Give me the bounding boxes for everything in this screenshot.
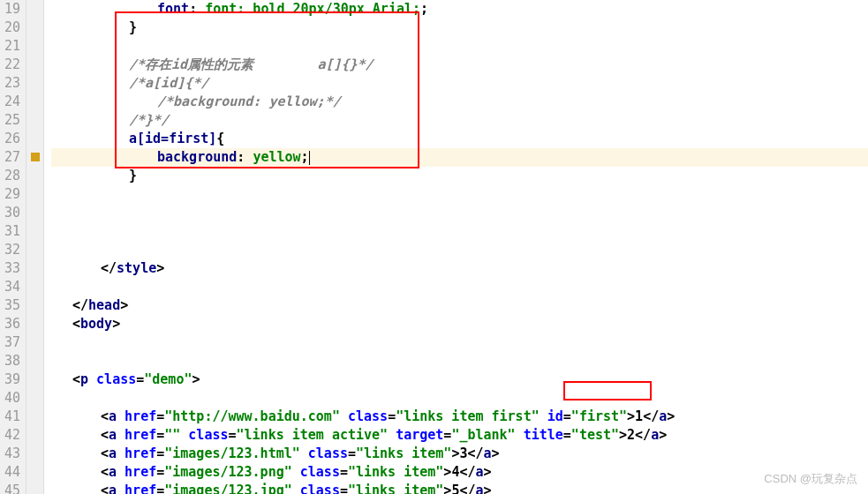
line-number: 42 [0,426,20,445]
line-number: 36 [0,315,20,333]
marker-slot [26,389,43,408]
line-number: 31 [0,222,20,241]
line-number: 45 [0,482,20,494]
marker-slot [26,241,43,259]
marker-slot [26,445,43,463]
marker-slot [26,37,43,56]
code-line-39[interactable]: <p class="demo"> [51,370,868,389]
marker-slot [26,148,43,167]
marker-slot [26,185,43,204]
line-number: 29 [0,185,20,204]
code-line-24[interactable]: /*background: yellow;*/ [51,93,868,111]
marker-column [26,0,44,494]
code-line-32[interactable] [51,241,868,259]
line-number: 24 [0,93,20,111]
line-number: 21 [0,37,20,56]
line-number: 27 [0,148,20,167]
code-line-37[interactable] [51,333,868,352]
marker-slot [26,0,43,19]
code-line-28[interactable]: } [51,167,868,185]
line-number: 26 [0,130,20,148]
code-line-34[interactable] [51,278,868,296]
marker-slot [26,167,43,185]
line-number: 20 [0,19,20,37]
code-editor[interactable]: font: font: bold 20px/30px Arial;; } /*存… [44,0,868,494]
marker-slot [26,296,43,315]
marker-slot [26,408,43,426]
watermark: CSDN @玩复杂点 [764,471,857,487]
line-number: 33 [0,259,20,278]
line-number-gutter: 1920212223242526272829303132333435363738… [0,0,26,494]
marker-slot [26,93,43,111]
code-line-21[interactable] [51,37,868,56]
line-number: 43 [0,445,20,463]
line-number: 40 [0,389,20,408]
code-line-41[interactable]: <a href="http://www.baidu.com" class="li… [51,408,868,426]
marker-slot [26,463,43,482]
code-line-40[interactable] [51,389,868,408]
marker-slot [26,204,43,222]
line-number: 37 [0,333,20,352]
code-line-43[interactable]: <a href="images/123.html" class="links i… [51,445,868,463]
text-cursor [309,151,310,165]
line-number: 22 [0,56,20,74]
line-number: 38 [0,352,20,370]
marker-slot [26,111,43,130]
marker-slot [26,315,43,333]
code-line-27[interactable]: background: yellow; [51,148,868,167]
line-number: 39 [0,370,20,389]
code-line-29[interactable] [51,185,868,204]
marker-slot [26,19,43,37]
line-number: 32 [0,241,20,259]
code-line-44[interactable]: <a href="images/123.png" class="links it… [51,463,868,482]
code-line-25[interactable]: /*}*/ [51,111,868,130]
code-line-42[interactable]: <a href="" class="links item active" tar… [51,426,868,445]
code-line-30[interactable] [51,204,868,222]
line-number: 34 [0,278,20,296]
code-line-19[interactable]: font: font: bold 20px/30px Arial;; [51,0,868,19]
code-line-45[interactable]: <a href="images/123.jpg" class="links it… [51,482,868,494]
code-line-31[interactable] [51,222,868,241]
line-number: 28 [0,167,20,185]
code-line-35[interactable]: </head> [51,296,868,315]
line-number: 19 [0,0,20,19]
code-line-20[interactable]: } [51,19,868,37]
code-line-22[interactable]: /*存在id属性的元素 a[]{}*/ [51,56,868,74]
marker-slot [26,56,43,74]
line-number: 25 [0,111,20,130]
marker-slot [26,130,43,148]
line-number: 41 [0,408,20,426]
code-line-33[interactable]: </style> [51,259,868,278]
code-line-38[interactable] [51,352,868,370]
code-line-26[interactable]: a[id=first]{ [51,130,868,148]
line-number: 30 [0,204,20,222]
marker-slot [26,222,43,241]
marker-slot [26,352,43,370]
line-number: 23 [0,74,20,93]
line-number: 44 [0,463,20,482]
line-number: 35 [0,296,20,315]
code-line-36[interactable]: <body> [51,315,868,333]
marker-slot [26,370,43,389]
marker-slot [26,74,43,93]
marker-slot [26,259,43,278]
marker-slot [26,333,43,352]
code-line-23[interactable]: /*a[id]{*/ [51,74,868,93]
modified-marker-icon [31,153,40,161]
marker-slot [26,426,43,445]
marker-slot [26,482,43,494]
marker-slot [26,278,43,296]
